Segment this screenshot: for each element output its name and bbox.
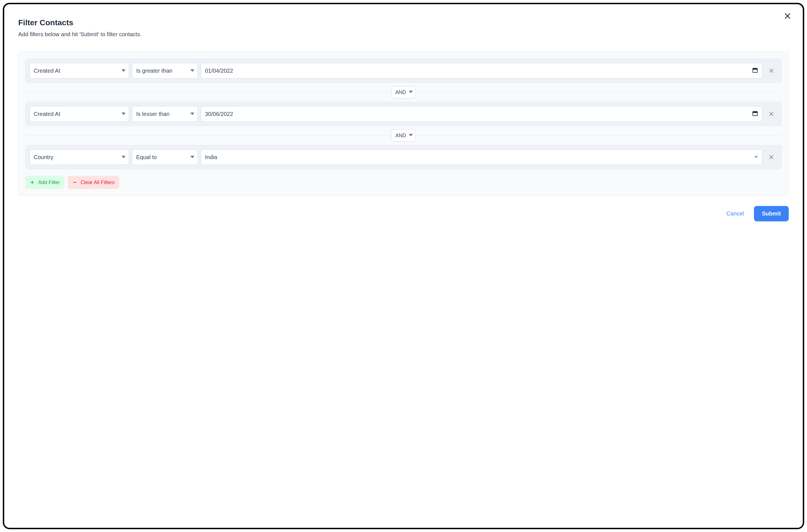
value-select[interactable]: India [201,149,762,165]
value-select-text: India [205,154,217,160]
connector: AND [25,83,782,102]
add-filter-label: Add Filter [38,179,60,186]
close-icon [769,111,774,117]
cancel-button[interactable]: Cancel [721,207,749,221]
field-select-value: Created At [34,68,60,74]
svg-rect-14 [753,111,757,113]
remove-filter-button[interactable] [765,68,777,74]
value-date-input[interactable]: 30/06/2022 [201,106,762,122]
value-date-input[interactable]: 01/04/2022 [201,63,762,79]
svg-marker-20 [122,156,126,158]
connector-value: AND [396,133,406,139]
chevron-down-icon [122,68,126,74]
svg-marker-19 [409,134,413,136]
value-date-text: 01/04/2022 [205,68,233,74]
dialog-subtitle: Add filters below and hit 'Submit' to fi… [18,31,789,38]
submit-button[interactable]: Submit [754,206,789,222]
operator-select-value: Is lesser than [136,111,170,117]
svg-rect-5 [753,68,757,70]
remove-filter-button[interactable] [765,111,777,117]
operator-select[interactable]: Is greater than [132,63,198,79]
clear-filters-label: Clear All Filters [80,179,114,186]
svg-marker-10 [409,91,413,93]
chevron-down-icon [190,111,194,117]
clear-filters-button[interactable]: Clear All Filters [68,176,119,189]
close-button[interactable] [784,12,792,21]
field-select[interactable]: Created At [30,63,129,79]
operator-select-value: Equal to [136,154,157,160]
svg-marker-12 [190,113,194,115]
filters-panel: Created At Is greater than 01/04/2022 AN… [18,52,789,196]
add-filter-button[interactable]: Add Filter [25,176,64,189]
field-select-value: Created At [34,111,60,117]
filter-dialog: Filter Contacts Add filters below and hi… [3,3,804,529]
filter-row: Created At Is greater than 01/04/2022 [25,59,782,83]
svg-marker-2 [122,69,126,72]
minus-icon [72,180,77,185]
close-icon [784,12,792,20]
svg-marker-11 [122,113,126,115]
filter-row: Country Equal to India [25,145,782,169]
dialog-footer: Cancel Submit [18,206,789,222]
calendar-icon [752,67,758,75]
operator-select[interactable]: Is lesser than [132,106,198,122]
chevron-down-icon [754,154,758,160]
chevron-down-icon [409,90,413,95]
connector-select[interactable]: AND [391,129,416,142]
field-select-value: Country [34,154,53,160]
remove-filter-button[interactable] [765,154,777,160]
connector-select[interactable]: AND [391,86,416,98]
chevron-down-icon [190,154,194,160]
operator-select[interactable]: Equal to [132,149,198,165]
connector: AND [25,126,782,145]
calendar-icon [752,110,758,118]
chevron-down-icon [409,133,413,139]
plus-icon [30,180,35,185]
svg-marker-3 [190,69,194,72]
panel-actions: Add Filter Clear All Filters [25,176,782,189]
svg-marker-22 [754,156,758,158]
value-date-text: 30/06/2022 [205,111,233,117]
connector-value: AND [396,90,406,95]
chevron-down-icon [122,154,126,160]
close-icon [769,154,774,160]
operator-select-value: Is greater than [136,68,172,74]
chevron-down-icon [190,68,194,74]
filter-row: Created At Is lesser than 30/06/2022 [25,102,782,126]
chevron-down-icon [122,111,126,117]
field-select[interactable]: Country [30,149,129,165]
dialog-title: Filter Contacts [18,18,789,27]
close-icon [769,68,774,74]
field-select[interactable]: Created At [30,106,129,122]
svg-marker-21 [190,156,194,158]
